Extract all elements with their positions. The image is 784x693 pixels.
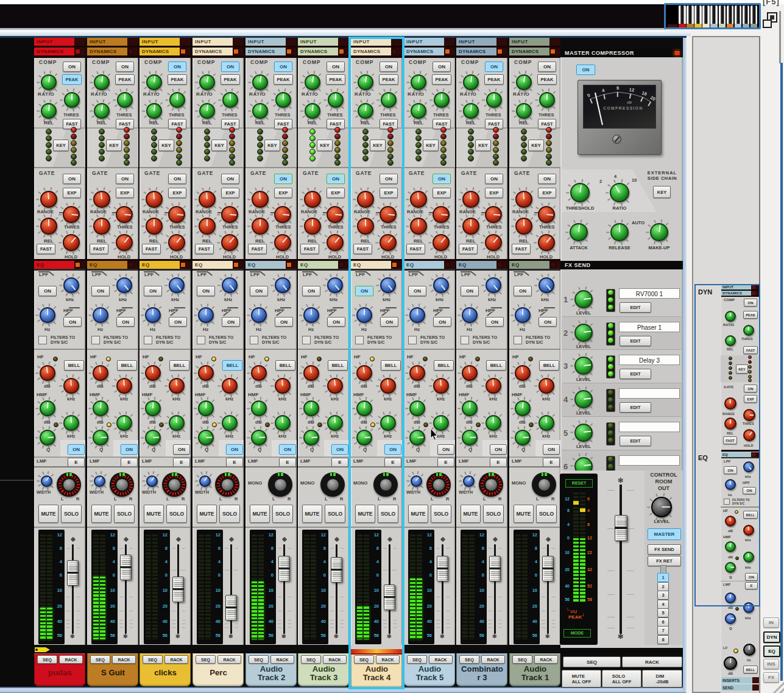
svg-text:0: 0 [586, 92, 591, 98]
svg-text:20: 20 [649, 94, 656, 102]
svg-text:8: 8 [616, 85, 620, 91]
svg-text:16: 16 [641, 90, 648, 97]
svg-text:dB: dB [627, 101, 632, 104]
svg-text:COMPRESSION: COMPRESSION [603, 106, 643, 110]
svg-text:12: 12 [629, 87, 634, 93]
svg-text:4: 4 [601, 87, 606, 93]
